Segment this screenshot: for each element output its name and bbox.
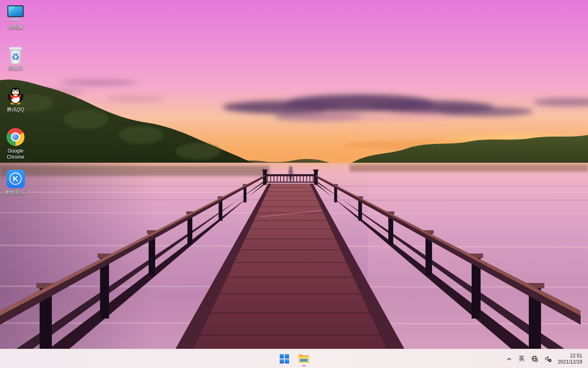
tray-date: 2021/12/19 — [558, 359, 582, 365]
wallpaper — [0, 0, 588, 349]
desktop-surface[interactable]: 此电脑 ♻ 回收站 — [0, 0, 588, 368]
ime-indicator[interactable]: 英 — [516, 352, 528, 366]
recycle-bin-icon: ♻ — [6, 45, 25, 64]
chevron-up-icon — [506, 356, 512, 362]
kugou-k-icon: K — [6, 169, 25, 188]
start-button[interactable] — [276, 351, 292, 367]
monitor-icon — [6, 3, 25, 23]
windows-logo-icon — [280, 354, 289, 364]
tray-chevron-button[interactable] — [503, 352, 515, 366]
desktop-icon-kugou[interactable]: K 酷狗音乐 — [0, 169, 31, 196]
desktop-icon-label: 回收站 — [8, 65, 23, 72]
taskbar-center — [276, 349, 312, 368]
file-explorer-button[interactable] — [296, 351, 312, 367]
globe-no-internet-icon — [531, 355, 538, 362]
folder-icon — [298, 354, 309, 364]
desktop-icon-label: 此电脑 — [8, 24, 23, 30]
speaker-muted-icon — [545, 355, 552, 362]
chrome-icon — [6, 127, 25, 147]
network-button[interactable] — [528, 352, 541, 366]
svg-text:♻: ♻ — [11, 52, 20, 62]
system-tray: 英 — [503, 349, 585, 368]
qq-penguin-icon — [6, 86, 25, 105]
desktop-icon-qq[interactable]: 腾讯QQ — [0, 86, 31, 113]
desktop-icon-label: 腾讯QQ — [7, 107, 24, 113]
desktop-icon-label: 酷狗音乐 — [6, 190, 25, 196]
volume-button[interactable] — [542, 352, 555, 366]
desktop-icon-recycle-bin[interactable]: ♻ 回收站 — [0, 45, 31, 72]
running-indicator — [302, 365, 305, 366]
desktop-icon-this-pc[interactable]: 此电脑 — [0, 3, 31, 30]
taskbar: 英 — [0, 349, 588, 368]
clock[interactable]: 22:51 2021/12/19 — [555, 352, 585, 366]
desktop-icon-chrome[interactable]: Google Chrome — [0, 127, 31, 160]
desktop-icon-label: Google Chrome — [1, 148, 30, 160]
tray-time: 22:51 — [570, 353, 582, 359]
